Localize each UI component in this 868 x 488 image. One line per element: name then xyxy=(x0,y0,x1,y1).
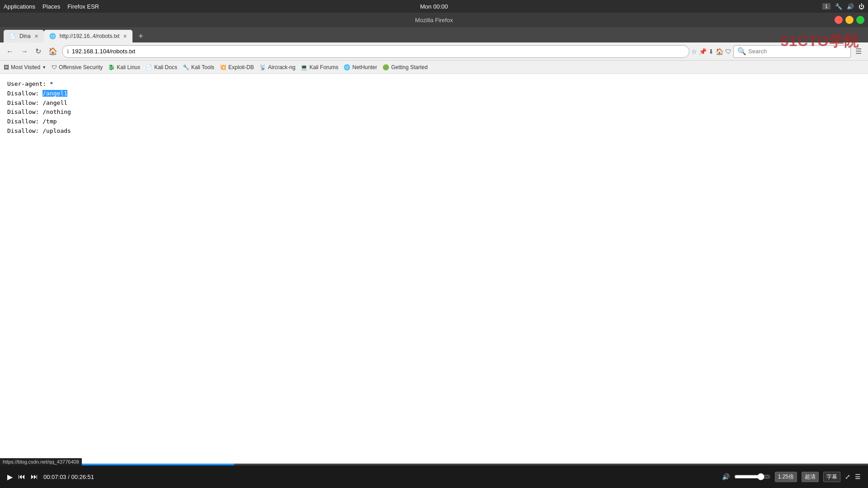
time-display: 00:07:03 / 00:26:51 xyxy=(43,474,94,480)
bookmark-exploit-db[interactable]: 💥 Exploit-DB xyxy=(220,64,254,70)
volume-icon[interactable]: 🔊 xyxy=(847,3,854,10)
url-bar-right: ☆ 📌 ⬇ 🏠 🛡 xyxy=(691,48,731,55)
window-title: Mozilla Firefox xyxy=(415,17,453,23)
tab-favicon: 📄 xyxy=(9,33,16,39)
bookmark-kali-linux[interactable]: 🐉 Kali Linux xyxy=(108,64,140,70)
home-nav-button[interactable]: 🏠 xyxy=(716,48,723,55)
bookmark-icon-kali: 🐉 xyxy=(108,64,115,70)
bookmark-kali-forums[interactable]: 💻 Kali Forums xyxy=(301,64,338,70)
volume-slider[interactable] xyxy=(734,473,770,480)
places-menu[interactable]: Places xyxy=(42,3,60,10)
content-line-4: Disallow: /nothing xyxy=(7,108,861,117)
content-text: User-agent: * xyxy=(7,80,53,87)
content-line-2: Disallow: /angel1 xyxy=(7,89,861,99)
settings-icon[interactable]: 🔧 xyxy=(835,3,842,10)
bookmark-kali-docs[interactable]: 📄 Kali Docs xyxy=(146,64,177,70)
content-highlighted: /angel1 xyxy=(42,90,67,97)
tab-label: Dina xyxy=(19,33,31,39)
bookmark-getting-started[interactable]: 🟢 Getting Started xyxy=(382,64,428,70)
video-controls-right: 🔊 1.25倍 超清 字幕 ⤢ ☰ xyxy=(722,472,861,482)
power-icon[interactable]: ⏻ xyxy=(859,3,864,10)
bookmark-icon-docs: 📄 xyxy=(146,64,152,70)
search-icon: 🔍 xyxy=(737,47,746,56)
close-button[interactable] xyxy=(835,16,843,24)
minimize-button[interactable] xyxy=(845,16,854,24)
tab-close-button[interactable]: ✕ xyxy=(34,33,38,39)
maximize-button[interactable] xyxy=(856,16,864,24)
shield-button[interactable]: 🛡 xyxy=(725,48,731,55)
bookmark-label: Kali Linux xyxy=(117,64,140,70)
content-line-5: Disallow: /tmp xyxy=(7,117,861,127)
nav-bar: ← → ↻ 🏠 ℹ ☆ 📌 ⬇ 🏠 🛡 🔍 ☰ xyxy=(0,42,868,61)
chevron-down-icon: ▼ xyxy=(42,65,46,70)
bookmarks-bar: 🖼 Most Visited ▼ 🛡 Offensive Security 🐉 … xyxy=(0,61,868,74)
subtitle-badge[interactable]: 字幕 xyxy=(823,472,840,482)
url-bar-container: ℹ xyxy=(62,45,689,58)
speed-badge[interactable]: 1.25倍 xyxy=(775,472,797,482)
play-pause-button[interactable]: ▶ xyxy=(7,473,13,481)
playlist-button[interactable]: ☰ xyxy=(855,473,861,480)
title-bar: Mozilla Firefox xyxy=(0,13,868,27)
content-text: Disallow: /nothing xyxy=(7,108,71,115)
content-text: Disallow: /tmp xyxy=(7,118,57,125)
current-time: 00:07:03 xyxy=(43,474,66,480)
prev-chapter-button[interactable]: ⏮ xyxy=(18,473,25,481)
tab-dina[interactable]: 📄 Dina ✕ xyxy=(4,30,44,42)
bookmark-label: NetHunter xyxy=(352,64,377,70)
applications-menu[interactable]: Applications xyxy=(4,3,35,10)
page-content: User-agent: * Disallow: /angel1 Disallow… xyxy=(0,74,868,345)
forward-button[interactable]: → xyxy=(18,46,31,57)
system-bar-clock: Mon 00:00 xyxy=(420,3,448,10)
home-button[interactable]: 🏠 xyxy=(46,45,60,57)
system-bar-left: Applications Places Firefox ESR xyxy=(4,3,99,10)
bookmark-icon-aircrack: 📡 xyxy=(259,64,266,70)
bookmark-label: Kali Docs xyxy=(154,64,177,70)
bookmark-label: Most Visited xyxy=(11,64,40,70)
bookmark-add-button[interactable]: 📌 xyxy=(699,48,707,55)
indicator-badge: 1 xyxy=(822,3,830,9)
back-button[interactable]: ← xyxy=(4,46,16,57)
content-text: Disallow: xyxy=(7,90,42,97)
bookmark-label: Offensive Security xyxy=(59,64,103,70)
bookmark-label: Kali Tools xyxy=(191,64,214,70)
firefox-menu[interactable]: Firefox ESR xyxy=(67,3,99,10)
bookmark-most-visited[interactable]: 🖼 Most Visited ▼ xyxy=(4,64,46,70)
bookmark-label: Getting Started xyxy=(391,64,428,70)
bookmark-star-button[interactable]: ☆ xyxy=(691,48,697,55)
tab-close-button[interactable]: ✕ xyxy=(123,33,127,39)
bookmark-icon-exploit: 💥 xyxy=(220,64,226,70)
content-text: Disallow: /angell xyxy=(7,99,67,106)
bookmark-icon-started: 🟢 xyxy=(382,64,389,70)
bookmark-kali-tools[interactable]: 🔧 Kali Tools xyxy=(183,64,214,70)
bookmark-nethunter[interactable]: 🌐 NetHunter xyxy=(344,64,377,70)
content-line-6: Disallow: /uploads xyxy=(7,127,861,136)
watermark: 51CTO学院 xyxy=(780,32,859,52)
title-bar-controls xyxy=(835,16,864,24)
url-input[interactable] xyxy=(72,48,684,55)
system-bar: Applications Places Firefox ESR Mon 00:0… xyxy=(0,0,868,13)
tabs-bar: 📄 Dina ✕ 🌐 http://192.16..4/robots.txt ✕… xyxy=(0,27,868,42)
bookmark-label: Aircrack-ng xyxy=(268,64,296,70)
bookmark-offensive-security[interactable]: 🛡 Offensive Security xyxy=(52,64,103,70)
next-chapter-button[interactable]: ⏭ xyxy=(31,473,38,481)
content-line-1: User-agent: * xyxy=(7,80,861,89)
aspect-ratio-button[interactable]: ⤢ xyxy=(845,473,850,480)
tab-label: http://192.16..4/robots.txt xyxy=(60,33,120,39)
url-info-icon: ℹ xyxy=(67,48,69,55)
video-player-bar: ▶ ⏮ ⏭ 00:07:03 / 00:26:51 🔊 1.25倍 超清 字幕 … xyxy=(0,465,868,488)
new-tab-button[interactable]: + xyxy=(134,30,147,42)
total-time: 00:26:51 xyxy=(71,474,94,480)
tab-robots[interactable]: 🌐 http://192.16..4/robots.txt ✕ xyxy=(44,30,133,42)
download-button[interactable]: ⬇ xyxy=(708,48,714,55)
system-bar-right: 1 🔧 🔊 ⏻ xyxy=(822,3,864,10)
quality-badge[interactable]: 超清 xyxy=(802,472,819,482)
volume-button[interactable]: 🔊 xyxy=(722,473,730,480)
content-text: Disallow: /uploads xyxy=(7,127,71,134)
bookmark-aircrack[interactable]: 📡 Aircrack-ng xyxy=(259,64,296,70)
content-line-3: Disallow: /angell xyxy=(7,99,861,108)
tab-favicon: 🌐 xyxy=(49,33,56,39)
bookmark-label: Kali Forums xyxy=(309,64,338,70)
reload-button[interactable]: ↻ xyxy=(33,45,44,57)
bookmark-icon-nethunter: 🌐 xyxy=(344,64,350,70)
bookmark-icon-offensive: 🛡 xyxy=(52,64,57,70)
